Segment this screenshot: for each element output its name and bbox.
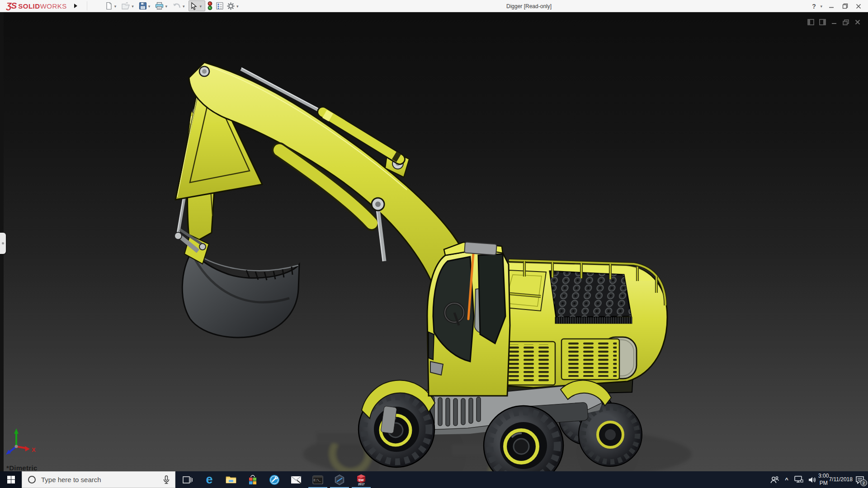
feature-manager-collapsed-tab[interactable] <box>0 233 6 254</box>
cmd-prompt-text: C:\_ <box>314 479 321 482</box>
rebuild-button[interactable] <box>206 0 214 11</box>
engine-radiator <box>550 271 632 324</box>
save-button[interactable]: ▾ <box>138 0 154 11</box>
windows-logo-icon <box>7 476 15 483</box>
new-document-button[interactable]: ▾ <box>104 0 120 11</box>
new-document-icon <box>105 2 113 10</box>
open-document-caret-icon[interactable]: ▾ <box>132 5 134 9</box>
doc-minimize-button[interactable] <box>828 18 840 27</box>
mail-button[interactable] <box>285 471 307 488</box>
search-placeholder-text: Type here to search <box>41 476 163 483</box>
minimize-button[interactable] <box>825 0 838 12</box>
doc-pane-right-button[interactable] <box>816 18 828 27</box>
file-properties-icon <box>216 2 224 10</box>
brand-solid-text: SOLID <box>18 2 40 10</box>
taskbar-clock[interactable]: 3:00 PM 7/11/2018 <box>819 471 852 488</box>
orientation-triad: X <box>6 428 36 455</box>
task-view-button[interactable] <box>177 471 198 488</box>
toolbar-separator <box>87 1 87 10</box>
start-button[interactable] <box>0 471 22 488</box>
network-icon <box>794 476 803 483</box>
help-button[interactable]: ? <box>809 0 819 12</box>
title-bar: ƷS SOLID WORKS ▾ ▾ <box>0 0 868 12</box>
store-icon <box>248 475 258 485</box>
excavator-cab[interactable] <box>427 242 510 396</box>
select-cursor-icon <box>190 2 198 10</box>
volume-button[interactable] <box>806 471 819 488</box>
store-button[interactable] <box>242 471 264 488</box>
document-window-controls <box>805 18 863 27</box>
mail-icon <box>291 476 302 484</box>
solidworks-app-icon: SW 2017 <box>355 474 367 486</box>
command-prompt-button[interactable]: C:\_ <box>307 471 329 488</box>
solidworks-app-button[interactable]: SW 2017 <box>350 471 372 488</box>
cortana-icon <box>28 476 36 483</box>
minimize-icon <box>829 4 834 9</box>
undo-caret-icon[interactable]: ▾ <box>183 5 185 9</box>
system-tray: ^ 3:00 PM 7/11/2018 <box>768 471 868 488</box>
help-caret-icon[interactable]: ▾ <box>820 5 822 9</box>
close-button[interactable] <box>852 0 865 12</box>
excavator-bucket[interactable] <box>175 230 299 338</box>
excavator-model[interactable] <box>175 62 667 471</box>
file-explorer-icon <box>226 475 236 484</box>
close-icon <box>856 4 861 9</box>
taskbar-search-input[interactable]: Type here to search <box>22 471 175 488</box>
cad-utility-button[interactable] <box>329 471 350 488</box>
microphone-icon[interactable] <box>163 475 170 484</box>
panel-tab-dot-icon <box>2 242 4 244</box>
solidworks-logo: ƷS SOLID WORKS <box>0 0 71 12</box>
view-orientation-label: *Dimetric <box>6 464 38 472</box>
action-center-button[interactable]: 2 <box>852 471 868 488</box>
network-button[interactable] <box>792 471 806 488</box>
options-caret-icon[interactable]: ▾ <box>236 5 239 9</box>
doc-restore-button[interactable] <box>840 18 852 27</box>
doc-pane-left-button[interactable] <box>805 18 816 27</box>
windows-taskbar: Type here to search e <box>0 471 868 488</box>
graphics-viewport[interactable]: X <box>0 12 868 471</box>
people-button[interactable] <box>768 471 781 488</box>
new-document-caret-icon[interactable]: ▾ <box>114 5 117 9</box>
open-document-button[interactable]: ▾ <box>120 0 137 11</box>
flyout-arrow-icon <box>74 4 77 8</box>
save-caret-icon[interactable]: ▾ <box>148 5 151 9</box>
printer-icon <box>155 2 164 10</box>
doc-minimize-icon <box>831 19 837 25</box>
pane-right-icon <box>819 19 826 25</box>
command-prompt-icon: C:\_ <box>312 475 323 484</box>
restore-icon <box>842 3 848 9</box>
pane-left-icon <box>807 19 814 25</box>
file-properties-button[interactable] <box>215 0 225 11</box>
open-folder-icon <box>121 2 130 10</box>
print-caret-icon[interactable]: ▾ <box>165 5 167 9</box>
undo-button[interactable]: ▾ <box>171 0 188 11</box>
speaker-icon <box>808 476 817 483</box>
save-floppy-icon <box>139 2 147 10</box>
options-button[interactable]: ▾ <box>226 0 242 11</box>
file-explorer-button[interactable] <box>220 471 242 488</box>
clock-date: 7/11/2018 <box>829 476 853 483</box>
tray-overflow-button[interactable]: ^ <box>781 471 792 488</box>
rebuild-traffic-light-icon <box>207 1 213 10</box>
sw-icon-text: SW <box>359 478 364 482</box>
select-tool-caret-icon[interactable]: ▾ <box>199 5 202 9</box>
menu-flyout-button[interactable] <box>71 1 80 11</box>
undo-icon <box>172 2 181 10</box>
clock-time: 3:00 PM <box>818 473 829 487</box>
chevron-up-icon: ^ <box>785 476 788 483</box>
window-controls: ? ▾ <box>809 0 865 12</box>
excavator-boom[interactable] <box>175 62 476 299</box>
people-icon <box>770 476 779 484</box>
edge-icon: e <box>206 474 212 486</box>
help-icon: ? <box>812 3 816 10</box>
select-tool-button[interactable]: ▾ <box>189 0 205 11</box>
edge-button[interactable]: e <box>198 471 220 488</box>
model-canvas[interactable]: X <box>0 12 868 471</box>
doc-close-button[interactable] <box>852 18 863 27</box>
brand-works-text: WORKS <box>40 2 67 10</box>
print-button[interactable]: ▾ <box>154 0 170 11</box>
restore-button[interactable] <box>838 0 852 12</box>
triad-x-label: X <box>32 446 36 453</box>
utility-settings-button[interactable] <box>264 471 285 488</box>
utility-settings-icon <box>269 474 280 485</box>
